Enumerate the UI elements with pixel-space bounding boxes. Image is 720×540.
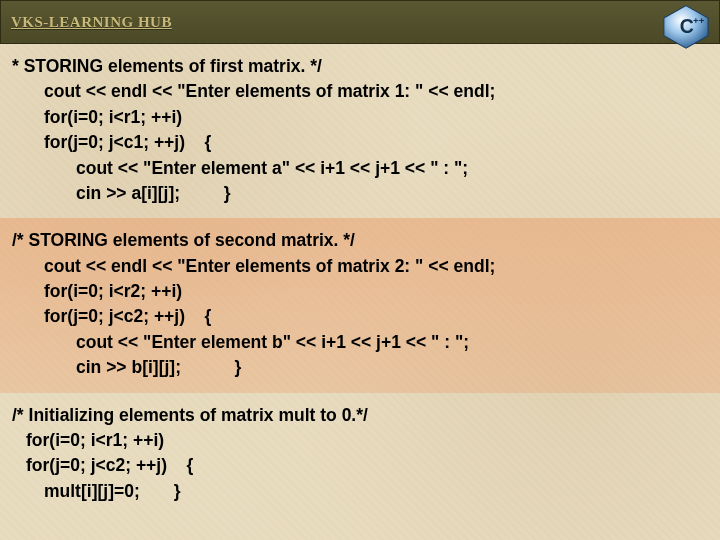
cpp-logo-icon: C ++ xyxy=(659,3,713,49)
code-block-3: /* Initializing elements of matrix mult … xyxy=(0,393,720,517)
code-line: cout << endl << "Enter elements of matri… xyxy=(6,254,714,279)
code-line: cout << "Enter element a" << i+1 << j+1 … xyxy=(6,156,714,181)
code-line: mult[i][j]=0; } xyxy=(6,479,714,504)
slide-header: VKS-LEARNING HUB C ++ xyxy=(0,0,720,44)
code-line: * STORING elements of first matrix. */ xyxy=(6,54,714,79)
code-line: cin >> a[i][j]; } xyxy=(6,181,714,206)
code-line: for(j=0; j<c1; ++j) { xyxy=(6,130,714,155)
code-line: for(j=0; j<c2; ++j) { xyxy=(6,453,714,478)
code-line: /* STORING elements of second matrix. */ xyxy=(6,228,714,253)
svg-text:C: C xyxy=(680,15,694,37)
svg-text:++: ++ xyxy=(693,15,705,26)
code-line: for(i=0; i<r1; ++i) xyxy=(6,105,714,130)
code-line: cin >> b[i][j]; } xyxy=(6,355,714,380)
code-line: for(i=0; i<r2; ++i) xyxy=(6,279,714,304)
code-block-2: /* STORING elements of second matrix. */… xyxy=(0,218,720,392)
header-title: VKS-LEARNING HUB xyxy=(11,14,172,31)
code-line: /* Initializing elements of matrix mult … xyxy=(6,403,714,428)
code-line: cout << "Enter element b" << i+1 << j+1 … xyxy=(6,330,714,355)
code-block-1: * STORING elements of first matrix. */ c… xyxy=(0,44,720,218)
code-line: cout << endl << "Enter elements of matri… xyxy=(6,79,714,104)
code-line: for(i=0; i<r1; ++i) xyxy=(6,428,714,453)
code-line: for(j=0; j<c2; ++j) { xyxy=(6,304,714,329)
